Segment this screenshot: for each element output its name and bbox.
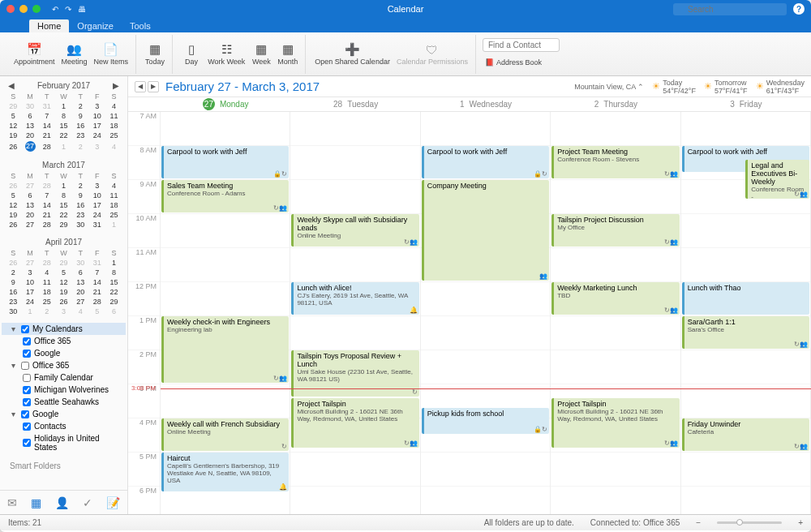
day-column[interactable]: Carpool to work with Jeff🔒↻Sales Team Me…: [161, 112, 290, 514]
prev-month-icon[interactable]: ◀: [8, 81, 15, 90]
event-title: Project Tailspin: [297, 400, 415, 408]
event[interactable]: Tailspin Project DiscussionMy Office↻👥: [551, 214, 679, 247]
event-title: Project Tailspin: [557, 400, 676, 408]
checkbox[interactable]: [23, 423, 31, 431]
tab-home[interactable]: Home: [29, 19, 69, 32]
day-header[interactable]: 27Monday: [161, 97, 290, 111]
checkbox[interactable]: [23, 350, 31, 358]
event[interactable]: Pickup kids from school🔒↻: [422, 408, 549, 434]
mini-month[interactable]: March 2017SMTWTFS26272812345678910111213…: [0, 156, 127, 233]
people-icon[interactable]: 👤: [55, 496, 69, 509]
chevron-down-icon[interactable]: ▾: [11, 410, 18, 418]
smart-folders[interactable]: Smart Folders: [0, 457, 127, 475]
tree-group[interactable]: ▾ Google: [2, 408, 126, 420]
tasks-icon[interactable]: ✓: [83, 496, 92, 509]
event[interactable]: Carpool to work with Jeff🔒↻: [422, 146, 549, 178]
checkbox[interactable]: [23, 374, 31, 382]
tree-group[interactable]: ▾ My Calendars: [2, 323, 126, 335]
event[interactable]: Weekly check-in with EngineersEngineerin…: [161, 316, 289, 383]
today-button[interactable]: ▦Today: [143, 36, 167, 72]
checkbox[interactable]: [21, 362, 29, 370]
mini-month[interactable]: ◀February 2017▶SMTWTFS293031123456789101…: [0, 76, 127, 156]
mail-icon[interactable]: ✉: [7, 496, 17, 509]
open-shared-button[interactable]: ➕Open Shared Calendar: [312, 36, 393, 72]
tree-item[interactable]: Contacts: [2, 420, 126, 432]
week-view-button[interactable]: ▦Week: [249, 36, 273, 72]
search-box[interactable]: [673, 3, 787, 15]
meeting-button[interactable]: 👥Meeting: [59, 36, 90, 72]
day-header[interactable]: 3Friday: [681, 97, 811, 111]
zoom-icon[interactable]: [32, 5, 41, 13]
tree-item[interactable]: Office 365: [2, 335, 126, 347]
appointment-button[interactable]: 📅Appointment: [11, 36, 58, 72]
address-book-button[interactable]: 📕Address Book: [483, 54, 544, 71]
checkbox[interactable]: [23, 439, 31, 447]
event[interactable]: Weekly Marketing LunchTBD↻👥: [551, 282, 679, 315]
tree-item[interactable]: Family Calendar: [2, 371, 126, 384]
calendar-header: ◀ ▶ February 27 - March 3, 2017 Mountain…: [128, 76, 811, 97]
chevron-down-icon[interactable]: ▾: [11, 361, 18, 370]
month-view-button[interactable]: ▦Month: [275, 36, 300, 72]
event[interactable]: Legal and Executives Bi-WeeklyConference…: [745, 160, 809, 199]
new-items-button[interactable]: 📄New Items: [92, 36, 131, 72]
event[interactable]: Project TailspinMicrosoft Building 2 - 1…: [551, 398, 679, 448]
calendar-nav-icon[interactable]: ▦: [31, 496, 41, 509]
checkbox[interactable]: [23, 386, 31, 394]
tab-organize[interactable]: Organize: [69, 19, 122, 32]
event[interactable]: Project Team MeetingConference Room - St…: [551, 146, 679, 178]
event-title: Carpool to work with Jeff: [688, 148, 806, 156]
day-header[interactable]: 28Tuesday: [290, 97, 420, 111]
event[interactable]: Sales Team MeetingConference Room - Adam…: [161, 180, 289, 212]
next-button[interactable]: ▶: [148, 81, 159, 92]
redo-icon[interactable]: ↷: [65, 5, 71, 14]
minimize-icon[interactable]: [19, 5, 28, 13]
event[interactable]: Lunch with Alice!CJ's Eatery, 2619 1st A…: [291, 282, 418, 315]
event[interactable]: Weekly call with French SubsidiaryOnline…: [161, 418, 289, 451]
tab-tools[interactable]: Tools: [122, 19, 159, 32]
event[interactable]: HaircutCapelli's Gentlemen's Barbershop,…: [161, 453, 289, 491]
event[interactable]: Friday UnwinderCafeteria↻👥: [682, 418, 809, 451]
zoom-slider[interactable]: [717, 521, 782, 524]
calendar-grid[interactable]: 7 AM8 AM9 AM10 AM11 AM12 PM1 PM2 PM3 PM4…: [128, 112, 811, 514]
checkbox[interactable]: [21, 410, 29, 418]
day-header[interactable]: 2Thursday: [551, 97, 680, 111]
find-contact-input[interactable]: [483, 38, 560, 52]
day-column[interactable]: Carpool to work with Jeff🔒↻Company Meeti…: [421, 112, 551, 514]
zoom-out-button[interactable]: −: [696, 518, 701, 527]
event[interactable]: Project TailspinMicrosoft Building 2 - 1…: [291, 398, 418, 448]
next-month-icon[interactable]: ▶: [113, 81, 119, 90]
day-column[interactable]: Carpool to work with Jeff🔒↻Legal and Exe…: [681, 112, 811, 514]
tree-item[interactable]: Seattle Seahawks: [2, 396, 126, 408]
mini-month[interactable]: April 2017SMTWTFS26272829303112345678910…: [0, 233, 127, 320]
checkbox[interactable]: [23, 337, 31, 345]
event[interactable]: Carpool to work with Jeff🔒↻: [161, 146, 289, 178]
tree-item[interactable]: Google: [2, 347, 126, 359]
day-column[interactable]: Weekly Skype call with Subsidiary LeadsO…: [290, 112, 420, 514]
day-header[interactable]: 1Wednesday: [421, 97, 551, 111]
event-title: Friday Unwinder: [688, 420, 806, 428]
location-label[interactable]: Mountain View, CA ⌃: [574, 83, 644, 91]
undo-icon[interactable]: ↶: [52, 5, 58, 14]
tree-item[interactable]: Michigan Wolverines: [2, 384, 126, 396]
search-input[interactable]: [673, 3, 787, 15]
help-icon[interactable]: ?: [793, 3, 805, 15]
zoom-in-button[interactable]: +: [798, 518, 803, 527]
event[interactable]: Weekly Skype call with Subsidiary LeadsO…: [291, 214, 418, 247]
checkbox[interactable]: [23, 398, 31, 406]
window-controls[interactable]: [6, 5, 41, 13]
event[interactable]: Sara/Garth 1:1Sara's Office↻👥: [682, 316, 809, 349]
print-icon[interactable]: 🖶: [78, 5, 86, 14]
tree-label: Seattle Seahawks: [34, 397, 99, 406]
tree-item[interactable]: Holidays in United States: [2, 432, 126, 453]
day-column[interactable]: Project Team MeetingConference Room - St…: [551, 112, 680, 514]
workweek-view-button[interactable]: ☷Work Week: [205, 36, 247, 72]
event[interactable]: Company Meeting👥: [422, 180, 549, 281]
checkbox[interactable]: [21, 325, 29, 333]
chevron-down-icon[interactable]: ▾: [11, 324, 18, 333]
tree-group[interactable]: ▾ Office 365: [2, 359, 126, 371]
day-view-button[interactable]: ▯Day: [179, 36, 204, 72]
close-icon[interactable]: [6, 5, 15, 13]
event[interactable]: Lunch with Thao: [682, 282, 809, 315]
prev-button[interactable]: ◀: [135, 81, 146, 92]
notes-icon[interactable]: 📝: [106, 496, 120, 509]
